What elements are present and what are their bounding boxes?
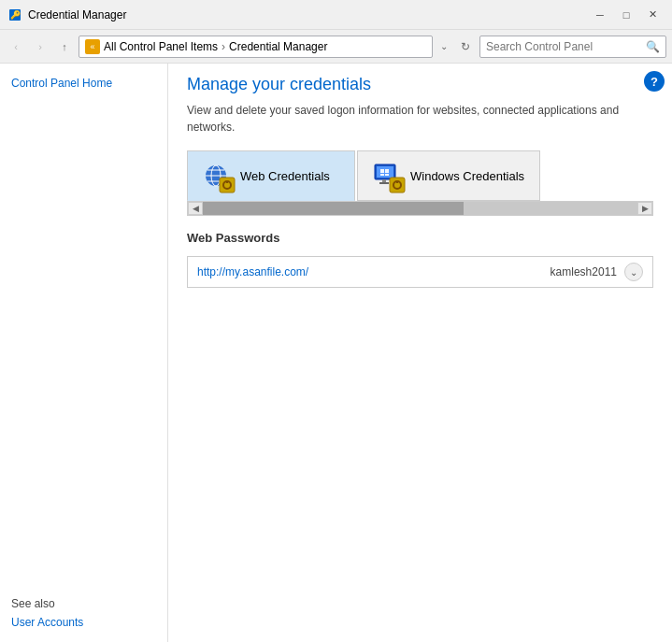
main-container: Control Panel Home See also User Account… — [0, 64, 672, 642]
windows-credentials-icon — [373, 161, 403, 191]
path-separator: › — [222, 40, 225, 53]
svg-rect-15 — [385, 174, 389, 176]
svg-rect-14 — [380, 174, 384, 176]
minimize-button[interactable]: ─ — [588, 5, 612, 25]
sidebar-bottom: See also User Accounts — [0, 586, 167, 642]
help-button[interactable]: ? — [644, 71, 665, 92]
search-button[interactable]: 🔍 — [646, 40, 660, 53]
svg-rect-18 — [390, 178, 405, 193]
scrollbar-track[interactable] — [203, 202, 637, 215]
web-credentials-tab[interactable]: Web Credentials — [187, 150, 355, 201]
credential-user: kamlesh2011 — [550, 265, 617, 278]
search-box: 🔍 — [479, 36, 666, 58]
sidebar-item-control-panel-home[interactable]: Control Panel Home — [0, 75, 167, 92]
page-description: View and delete your saved logon informa… — [187, 102, 636, 136]
svg-rect-17 — [379, 182, 389, 184]
restore-button[interactable]: □ — [614, 5, 638, 25]
content-area: ? Manage your credentials View and delet… — [168, 64, 672, 642]
sidebar: Control Panel Home See also User Account… — [0, 64, 168, 642]
title-bar: 🔑 Credential Manager ─ □ ✕ — [0, 0, 672, 30]
path-part1: All Control Panel Items — [104, 40, 218, 53]
sidebar-item-user-accounts[interactable]: User Accounts — [11, 614, 156, 631]
svg-text:🔑: 🔑 — [10, 9, 21, 21]
svg-rect-13 — [385, 169, 389, 173]
svg-rect-16 — [382, 179, 386, 182]
windows-credentials-label: Windows Credentials — [410, 169, 524, 183]
horizontal-scrollbar[interactable]: ◀ ▶ — [187, 201, 653, 216]
window-title: Credential Manager — [28, 8, 588, 21]
window-controls: ─ □ ✕ — [588, 5, 665, 25]
back-button[interactable]: ‹ — [6, 36, 26, 57]
path-part2: Credential Manager — [229, 40, 327, 53]
scroll-left-button[interactable]: ◀ — [188, 202, 203, 215]
forward-button[interactable]: › — [30, 36, 50, 57]
up-button[interactable]: ↑ — [54, 36, 75, 57]
address-bar: ‹ › ↑ « All Control Panel Items › Creden… — [0, 30, 672, 64]
path-dropdown-button[interactable]: ⌄ — [436, 36, 451, 57]
web-passwords-header: Web Passwords — [187, 231, 653, 249]
svg-rect-9 — [226, 181, 228, 183]
scrollbar-thumb — [203, 202, 464, 215]
search-input[interactable] — [486, 40, 646, 53]
scroll-right-button[interactable]: ▶ — [637, 202, 652, 215]
svg-rect-12 — [380, 169, 384, 173]
web-credentials-icon — [203, 161, 233, 191]
refresh-button[interactable]: ↻ — [455, 36, 476, 57]
address-path: « All Control Panel Items › Credential M… — [79, 36, 433, 58]
sidebar-top: Control Panel Home — [0, 64, 167, 103]
windows-credentials-tab[interactable]: Windows Credentials — [357, 150, 540, 201]
credential-tabs: Web Credentials — [187, 150, 653, 201]
app-icon: 🔑 — [7, 7, 22, 22]
see-also-label: See also — [11, 597, 156, 610]
path-folder-icon: « — [85, 39, 100, 54]
credential-url[interactable]: http://my.asanfile.com/ — [197, 265, 550, 278]
expand-credential-button[interactable]: ⌄ — [624, 263, 643, 281]
close-button[interactable]: ✕ — [640, 5, 665, 25]
credential-row: http://my.asanfile.com/ kamlesh2011 ⌄ — [187, 256, 653, 288]
page-title: Manage your credentials — [187, 75, 653, 94]
svg-rect-20 — [396, 181, 398, 183]
web-credentials-label: Web Credentials — [240, 169, 330, 183]
svg-rect-7 — [220, 178, 235, 193]
